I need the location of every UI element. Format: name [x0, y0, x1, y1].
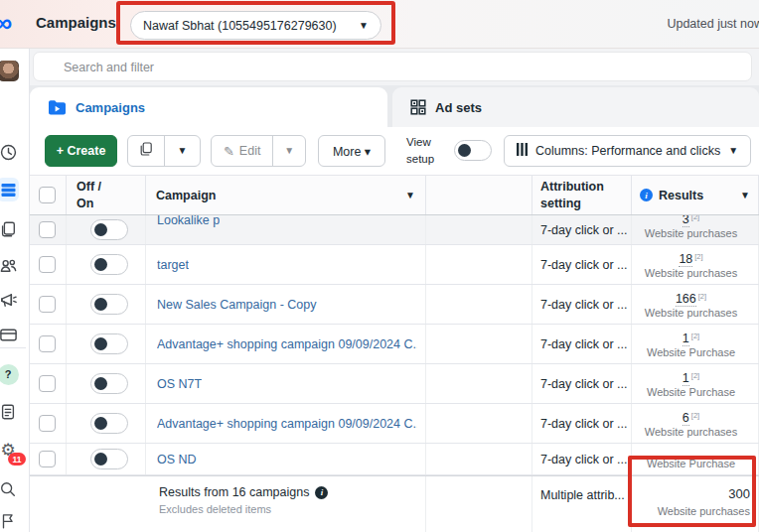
columns-button[interactable]: Columns: Performance and clicks ▼ — [504, 135, 751, 167]
attribution-cell: 7-day click or ... — [532, 325, 632, 363]
summary-results-cell: 300 Website purchases — [632, 476, 759, 532]
view-setup-toggle[interactable] — [454, 140, 492, 161]
pages-icon[interactable] — [0, 218, 19, 240]
attribution-cell: 7-day click or ... — [532, 285, 632, 324]
search-input[interactable] — [62, 53, 662, 82]
duplicate-split-button: ▼ — [127, 135, 201, 167]
campaign-link[interactable]: OS ND — [157, 453, 197, 466]
campaigns-table-icon — [0, 178, 19, 201]
campaign-link[interactable]: Advantage+ shopping campaign 09/09/2024 … — [157, 337, 417, 351]
summary-attribution: Multiple attrib... — [532, 476, 632, 532]
row-status-toggle[interactable] — [67, 245, 146, 284]
table-row: Advantage+ shopping campaign 09/09/2024 … — [29, 404, 759, 444]
row-status-toggle[interactable] — [67, 325, 146, 363]
select-all-checkbox[interactable] — [29, 176, 67, 214]
column-header-attribution: Attribution setting — [532, 176, 632, 214]
row-status-toggle[interactable] — [67, 444, 146, 474]
more-button[interactable]: More ▾ — [318, 135, 385, 167]
notification-badge: 11 — [8, 453, 26, 466]
row-checkbox[interactable] — [29, 364, 67, 403]
duplicate-button[interactable] — [128, 136, 164, 166]
updated-status: Updated just now — [667, 17, 759, 31]
toolbar: + Create ▼ ✎ Edit ▼ More ▾ View setup Co… — [29, 127, 759, 175]
results-cell: 18[2] Website purchases — [632, 245, 759, 284]
table-row: Advantage+ shopping campaign 09/09/2024 … — [29, 325, 759, 364]
sidebar-item-campaigns[interactable] — [0, 179, 19, 200]
page-title: Campaigns — [36, 14, 116, 31]
campaign-link[interactable]: target — [157, 258, 189, 272]
reports-icon[interactable] — [0, 401, 19, 423]
campaign-link[interactable]: Advantage+ shopping campaign 09/09/2024 … — [157, 417, 417, 431]
table-row: OS ND 7-day click or ... Website Purchas… — [29, 444, 759, 475]
tab-campaigns-label: Campaigns — [76, 100, 145, 115]
attribution-cell: 7-day click or ... — [532, 404, 632, 443]
tab-ad-sets[interactable]: Ad sets — [392, 87, 759, 127]
row-checkbox[interactable] — [29, 404, 67, 443]
campaign-link[interactable]: New Sales Campaign - Copy — [157, 298, 317, 312]
columns-icon — [517, 143, 528, 159]
row-status-toggle[interactable] — [67, 404, 146, 443]
campaign-link[interactable]: OS N7T — [157, 377, 202, 391]
edit-button[interactable]: ✎ Edit — [212, 136, 272, 166]
create-button[interactable]: + Create — [45, 135, 117, 167]
chevron-down-icon: ▼ — [359, 21, 369, 31]
edit-options-button[interactable]: ▼ — [272, 136, 305, 166]
row-status-toggle[interactable] — [67, 215, 146, 244]
search-input-wrapper[interactable] — [33, 52, 752, 81]
chevron-down-icon: ▼ — [405, 191, 415, 200]
summary-results-label: Website purchases — [658, 505, 750, 517]
help-icon[interactable]: ? — [0, 363, 19, 385]
profile-avatar[interactable] — [0, 60, 19, 81]
audiences-icon[interactable] — [0, 254, 19, 276]
row-checkbox[interactable] — [29, 285, 67, 324]
flag-icon[interactable] — [0, 510, 19, 532]
results-cell: 3[2] Website purchases — [632, 215, 759, 244]
tab-ad-sets-label: Ad sets — [435, 100, 482, 115]
info-icon[interactable]: i — [315, 486, 328, 499]
summary-note: Excludes deleted items — [159, 503, 425, 515]
attribution-cell: 7-day click or ... — [532, 444, 632, 474]
row-status-toggle[interactable] — [67, 285, 146, 324]
search-filter-row — [29, 48, 759, 86]
edit-button-label: Edit — [239, 144, 261, 158]
info-icon: i — [640, 189, 653, 201]
tab-campaigns[interactable]: Campaigns — [30, 87, 387, 127]
table-footer: Results from 16 campaigns i Excludes del… — [29, 475, 759, 532]
billing-card-icon[interactable] — [0, 324, 19, 345]
results-cell: Website Purchase — [632, 444, 759, 474]
column-header-campaign[interactable]: Campaign▼ — [146, 176, 426, 214]
ads-megaphone-icon[interactable] — [0, 289, 19, 311]
row-checkbox[interactable] — [29, 325, 67, 363]
summary-cell: Results from 16 campaigns i Excludes del… — [29, 476, 426, 532]
row-checkbox[interactable] — [29, 215, 67, 244]
column-header-empty — [426, 176, 532, 214]
table-row: target 7-day click or ... 18[2] Website … — [29, 245, 759, 285]
table-header: Off / On Campaign▼ Attribution setting i… — [29, 175, 759, 215]
table-row: OS N7T 7-day click or ... 1[2] Website P… — [29, 364, 759, 404]
sidebar-nav: ? ⚙ 11 — [0, 48, 30, 532]
grid-icon — [410, 99, 426, 115]
campaign-rows: Lookalike p 7-day click or ... 3[2] Webs… — [29, 215, 759, 475]
duplicate-options-button[interactable]: ▼ — [164, 136, 200, 166]
column-header-results[interactable]: i Results ▼ — [632, 176, 759, 214]
results-cell: 166[2] Website purchases — [632, 285, 759, 324]
meta-logo-icon: ∞ — [0, 8, 11, 39]
duplicate-icon — [138, 141, 154, 161]
row-status-toggle[interactable] — [67, 364, 146, 403]
table-row: Lookalike p 7-day click or ... 3[2] Webs… — [29, 215, 759, 245]
row-checkbox[interactable] — [29, 444, 67, 474]
summary-results-value: 300 — [728, 486, 750, 501]
ads-manager-screen: ∞ Campaigns Nawaf Sbhat (105549517627963… — [0, 0, 759, 532]
campaign-link[interactable]: Lookalike p — [157, 215, 220, 227]
edit-split-button: ✎ Edit ▼ — [211, 135, 306, 167]
results-cell: 1[2] Website Purchase — [632, 364, 759, 403]
attribution-cell: 7-day click or ... — [532, 245, 632, 284]
recents-clock-icon[interactable] — [0, 141, 19, 163]
columns-button-label: Columns: Performance and clicks — [535, 144, 720, 158]
attribution-cell: 7-day click or ... — [532, 215, 632, 244]
search-icon[interactable] — [0, 478, 19, 500]
results-cell: 6[2] Website purchases — [632, 404, 759, 443]
account-selector-dropdown[interactable]: Nawaf Sbhat (1055495176279630) ▼ — [130, 11, 381, 40]
highlight-rectangle-account: Nawaf Sbhat (1055495176279630) ▼ — [116, 1, 395, 45]
row-checkbox[interactable] — [29, 245, 67, 284]
